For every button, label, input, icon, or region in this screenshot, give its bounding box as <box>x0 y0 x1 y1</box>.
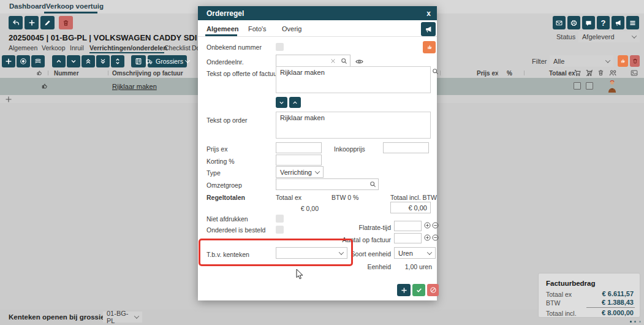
cart-column-icon[interactable] <box>574 69 582 77</box>
edit-button[interactable] <box>40 16 55 29</box>
cart-slash-column-icon[interactable] <box>585 69 594 77</box>
view-target-button[interactable] <box>17 55 30 67</box>
status-select[interactable]: Afgeleverd <box>578 31 640 42</box>
totaal-ex-value: € 6.611,57 <box>602 290 634 297</box>
inkoopprijs-input[interactable] <box>383 142 429 153</box>
column-header-prijs-ex[interactable]: Prijs ex <box>477 70 499 77</box>
thumbs-up-icon <box>426 44 433 51</box>
totaal-incl-input[interactable] <box>390 202 431 213</box>
grossier-avatar[interactable] <box>607 80 618 93</box>
delete-button[interactable] <box>59 16 73 29</box>
move-top-button[interactable] <box>81 55 95 67</box>
chat-bubble-icon <box>585 19 593 27</box>
search-icon[interactable] <box>340 57 348 65</box>
add-button[interactable] <box>25 16 39 29</box>
modal-cancel-button[interactable] <box>427 284 439 296</box>
column-header-omschrijving[interactable]: Omschrijving op factuur <box>112 70 183 77</box>
plus-icon <box>28 18 36 27</box>
trash-icon <box>62 19 70 27</box>
clear-x-icon[interactable] <box>330 58 336 64</box>
move-up-button[interactable] <box>52 55 66 67</box>
sort-button[interactable] <box>111 55 124 67</box>
help-button[interactable]: ? <box>597 16 610 29</box>
page-tab-verkoop[interactable]: Verkoop <box>42 44 66 52</box>
thumb-column-header[interactable] <box>36 69 43 77</box>
people-column-icon[interactable] <box>608 69 618 78</box>
move-bottom-button[interactable] <box>96 55 110 67</box>
tab-dashboard[interactable]: Dashboard <box>9 2 46 10</box>
loading-spinner-dots <box>630 314 641 325</box>
tekst-offerte-textarea[interactable]: Rijklaar maken <box>276 66 431 93</box>
thumbs-up-icon <box>619 58 626 64</box>
layers-button[interactable] <box>31 55 45 67</box>
row-omschrijving-link[interactable]: Rijklaar maken <box>112 83 157 90</box>
totaal-ex-amount: € 0,00 <box>276 205 319 212</box>
row-checkbox-cart[interactable] <box>574 82 581 90</box>
decrement-icon[interactable] <box>431 221 439 229</box>
move-down-button[interactable] <box>67 55 80 67</box>
onderdeel-besteld-checkbox[interactable] <box>276 226 284 234</box>
filter-select[interactable]: Alle <box>550 55 613 67</box>
approve-all-button[interactable] <box>618 55 628 67</box>
grossiers-dropdown-button[interactable]: Grossiers <box>148 55 187 67</box>
search-icon[interactable] <box>369 180 377 188</box>
modal-title: Orderregel <box>206 9 244 18</box>
page-tab-verrichtingen[interactable]: Verrichtingen/onderdelen <box>89 44 167 52</box>
row-add-button[interactable] <box>2 55 15 67</box>
tab-verkoop-voertuig[interactable]: Verkoop voertuig <box>46 2 104 10</box>
row-thumbs-up-icon[interactable] <box>40 82 48 90</box>
modal-close-button[interactable]: x <box>426 9 431 18</box>
page-tab-algemeen[interactable]: Algemeen <box>9 44 37 52</box>
trash-column-icon[interactable] <box>597 69 605 77</box>
print-button[interactable] <box>567 16 580 29</box>
active-page-tab-underline <box>89 52 164 53</box>
catalog-button[interactable] <box>131 55 146 67</box>
email-button[interactable] <box>553 16 566 29</box>
modal-tab-overig[interactable]: Overig <box>282 25 301 32</box>
menu-button[interactable] <box>626 16 639 29</box>
announcement-button[interactable] <box>612 16 624 29</box>
chat-button[interactable] <box>582 16 595 29</box>
increment-icon[interactable] <box>423 234 431 242</box>
tekst-order-textarea[interactable]: Rijklaar maken <box>276 112 431 139</box>
image-column-icon[interactable] <box>630 69 638 77</box>
increment-icon[interactable] <box>423 221 431 229</box>
chevron-down-icon <box>632 33 637 38</box>
add-row-plus-icon[interactable] <box>5 96 12 103</box>
copy-text-up-button[interactable] <box>289 97 301 108</box>
modal-tab-algemeen[interactable]: Algemeen <box>206 25 239 32</box>
omzetgroep-input[interactable] <box>276 178 379 190</box>
aantal-op-factuur-label: Aantal op factuur <box>330 236 391 243</box>
flatrate-tijd-input[interactable] <box>394 221 422 231</box>
modal-announcement-button[interactable] <box>421 22 436 36</box>
page-tab-checklist[interactable]: Checklist <box>164 44 191 52</box>
back-button[interactable] <box>9 16 23 29</box>
totals-separator <box>586 307 635 308</box>
type-label: Type <box>206 169 221 177</box>
soort-eenheid-label: Soort eenheid <box>330 250 391 258</box>
niet-afdrukken-checkbox[interactable] <box>276 215 284 223</box>
page-tab-inruil[interactable]: Inruil <box>70 44 84 52</box>
modal-approve-button[interactable] <box>423 41 436 53</box>
question-icon: ? <box>601 18 606 28</box>
soort-eenheid-select[interactable]: Uren <box>394 247 436 259</box>
row-checkbox-cart-slash[interactable] <box>586 82 593 90</box>
eye-icon[interactable] <box>355 57 364 66</box>
korting-input[interactable] <box>276 155 322 166</box>
modal-add-button[interactable] <box>397 284 411 296</box>
prijs-ex-input[interactable] <box>276 142 322 153</box>
kenteken-grossier-select[interactable]: 01-BG-PL <box>103 312 142 323</box>
type-select[interactable]: Verrichting <box>276 166 324 178</box>
modal-tab-fotos[interactable]: Foto's <box>248 25 267 32</box>
modal-confirm-button[interactable] <box>412 284 425 296</box>
onbekend-nummer-checkbox[interactable] <box>276 43 284 51</box>
aantal-op-factuur-input[interactable] <box>394 233 422 243</box>
column-header-pct[interactable]: % <box>507 70 512 77</box>
decrement-icon[interactable] <box>431 234 439 242</box>
column-header-nummer[interactable]: Nummer <box>54 70 79 77</box>
delete-rows-button[interactable] <box>630 55 640 67</box>
copy-text-down-button[interactable] <box>276 97 287 108</box>
column-header-totaal-ex[interactable]: Totaal ex <box>549 70 575 77</box>
chevron-down-icon <box>70 58 77 65</box>
search-icon[interactable] <box>431 67 439 75</box>
